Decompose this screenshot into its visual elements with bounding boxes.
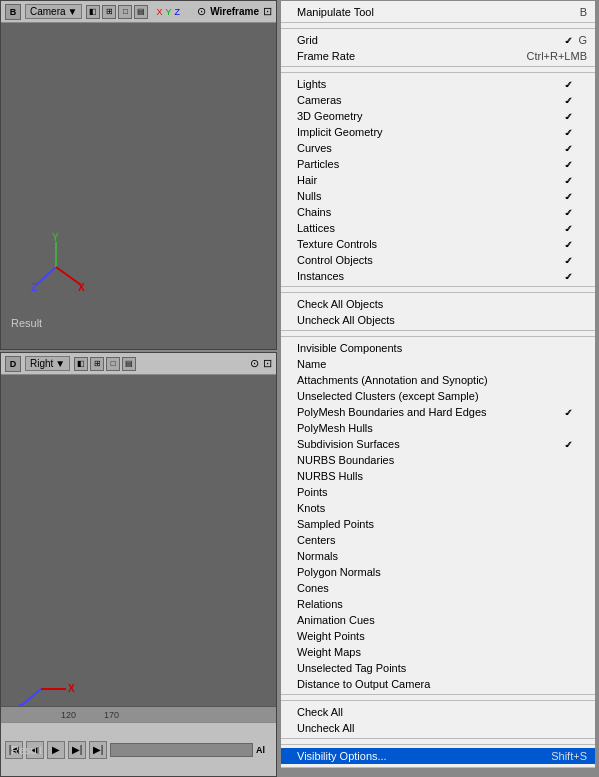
menu-item-subdivision-surfaces[interactable]: ✓Subdivision Surfaces: [281, 436, 595, 452]
viewport-top-panel-btn[interactable]: B: [5, 4, 21, 20]
menu-item-control-objects[interactable]: ✓Control Objects: [281, 252, 595, 268]
menu-item-uncheck-all-objects[interactable]: Uncheck All Objects: [281, 312, 595, 328]
viewport-top-camera-dropdown[interactable]: Camera ▼: [25, 4, 82, 19]
menu-item-name[interactable]: Name: [281, 356, 595, 372]
viewport-bottom[interactable]: D Right ▼ ◧ ⊞ □ ▤ ⊙ ⊡ Z X 120 170: [0, 352, 277, 777]
menu-item-uncheck-all[interactable]: Uncheck All: [281, 720, 595, 736]
menu-item-cones[interactable]: Cones: [281, 580, 595, 596]
vp-b-ctrl-2[interactable]: ⊞: [90, 357, 104, 371]
menu-item-label: Manipulate Tool: [297, 6, 374, 18]
menu-item-lights[interactable]: ✓Lights: [281, 76, 595, 92]
menu-item-points[interactable]: Points: [281, 484, 595, 500]
menu-item-hair[interactable]: ✓Hair: [281, 172, 595, 188]
menu-item-manipulate-tool[interactable]: Manipulate ToolB: [281, 4, 595, 20]
menu-item-label: Check All Objects: [297, 298, 383, 310]
menu-item-check-all-objects[interactable]: Check All Objects: [281, 296, 595, 312]
menu-item-attachments-(annotation-and-synoptic)[interactable]: Attachments (Annotation and Synoptic): [281, 372, 595, 388]
playback-controls[interactable]: |◀ ◀ ▶ ▶| ▶| Al: [1, 722, 276, 776]
menu-item-implicit-geometry[interactable]: ✓Implicit Geometry: [281, 124, 595, 140]
viewport-top-result: Result: [11, 317, 42, 329]
menu-item-grid[interactable]: ✓GridG: [281, 32, 595, 48]
vp-ctrl-2[interactable]: ⊞: [102, 5, 116, 19]
viewport-bottom-panel-btn[interactable]: D: [5, 356, 21, 372]
viewport-top[interactable]: B Camera ▼ ◧ ⊞ □ ▤ X Y Z ⊙ Wireframe ⊡ Z…: [0, 0, 277, 350]
menu-item-lattices[interactable]: ✓Lattices: [281, 220, 595, 236]
menu-item-label: Lights: [297, 78, 326, 90]
menu-item-label: Unselected Clusters (except Sample): [297, 390, 479, 402]
viewport-top-maximize-btn[interactable]: ⊡: [263, 5, 272, 18]
menu-item-nurbs-boundaries[interactable]: NURBS Boundaries: [281, 452, 595, 468]
menu-item-label: Knots: [297, 502, 325, 514]
playback-all-label: Al: [256, 745, 272, 755]
menu-item-label: Grid: [297, 34, 318, 46]
check-icon: ✓: [565, 239, 573, 250]
menu-item-normals[interactable]: Normals: [281, 548, 595, 564]
menu-item-sampled-points[interactable]: Sampled Points: [281, 516, 595, 532]
menu-item-cameras[interactable]: ✓Cameras: [281, 92, 595, 108]
menu-item-3d-geometry[interactable]: ✓3D Geometry: [281, 108, 595, 124]
viewport-bottom-icon[interactable]: ⊙: [250, 357, 259, 370]
menu-item-frame-rate[interactable]: Frame RateCtrl+R+LMB: [281, 48, 595, 64]
menu-item-unselected-clusters-(except-sample)[interactable]: Unselected Clusters (except Sample): [281, 388, 595, 404]
menu-item-chains[interactable]: ✓Chains: [281, 204, 595, 220]
separator-5-2: [281, 738, 595, 739]
menu-item-check-all[interactable]: Check All: [281, 704, 595, 720]
menu-item-texture-controls[interactable]: ✓Texture Controls: [281, 236, 595, 252]
menu-item-visibility-options...[interactable]: Visibility Options...Shift+S: [281, 748, 595, 764]
menu-item-distance-to-output-camera[interactable]: Distance to Output Camera: [281, 676, 595, 692]
check-icon: ✓: [565, 79, 573, 90]
viewport-bottom-camera-label: Right: [30, 358, 53, 369]
go-end-btn[interactable]: ▶|: [89, 741, 107, 759]
vp-ctrl-3[interactable]: □: [118, 5, 132, 19]
menu-item-nulls[interactable]: ✓Nulls: [281, 188, 595, 204]
menu-item-polygon-normals[interactable]: Polygon Normals: [281, 564, 595, 580]
menu-item-label: NURBS Boundaries: [297, 454, 394, 466]
playback-slider[interactable]: [110, 743, 253, 757]
menu-item-label: 3D Geometry: [297, 110, 362, 122]
next-frame-btn[interactable]: ▶|: [68, 741, 86, 759]
menu-section-1: ✓GridGFrame RateCtrl+R+LMB: [281, 29, 595, 73]
svg-text:X: X: [68, 683, 75, 694]
menu-item-curves[interactable]: ✓Curves: [281, 140, 595, 156]
check-icon: ✓: [565, 255, 573, 266]
menu-item-label: Nulls: [297, 190, 321, 202]
menu-item-shortcut: Ctrl+R+LMB: [526, 50, 587, 62]
menu-item-label: Animation Cues: [297, 614, 375, 626]
context-menu[interactable]: Manipulate ToolB✓GridGFrame RateCtrl+R+L…: [280, 0, 596, 769]
vp-b-ctrl-1[interactable]: ◧: [74, 357, 88, 371]
menu-item-unselected-tag-points[interactable]: Unselected Tag Points: [281, 660, 595, 676]
viewport-top-mode-icon[interactable]: ⊙: [197, 5, 206, 18]
vp-b-ctrl-4[interactable]: ▤: [122, 357, 136, 371]
menu-item-weight-points[interactable]: Weight Points: [281, 628, 595, 644]
check-icon: ✓: [565, 111, 573, 122]
check-icon: ✓: [565, 271, 573, 282]
menu-item-particles[interactable]: ✓Particles: [281, 156, 595, 172]
menu-item-invisible-components[interactable]: Invisible Components: [281, 340, 595, 356]
menu-item-relations[interactable]: Relations: [281, 596, 595, 612]
menu-item-polymesh-hulls[interactable]: PolyMesh Hulls: [281, 420, 595, 436]
menu-item-animation-cues[interactable]: Animation Cues: [281, 612, 595, 628]
separator-2-13: [281, 286, 595, 287]
menu-item-nurbs-hulls[interactable]: NURBS Hulls: [281, 468, 595, 484]
play-btn[interactable]: ▶: [47, 741, 65, 759]
menu-item-weight-maps[interactable]: Weight Maps: [281, 644, 595, 660]
menu-item-label: Hair: [297, 174, 317, 186]
menu-item-label: PolyMesh Hulls: [297, 422, 373, 434]
viewport-top-view-label[interactable]: Wireframe: [210, 6, 259, 17]
menu-item-shortcut: B: [580, 6, 587, 18]
check-icon: ✓: [565, 175, 573, 186]
menu-item-polymesh-boundaries-and-hard-edges[interactable]: ✓PolyMesh Boundaries and Hard Edges: [281, 404, 595, 420]
menu-item-label: Uncheck All Objects: [297, 314, 395, 326]
viewport-bottom-result: Result: [11, 744, 42, 756]
vp-ctrl-1[interactable]: ◧: [86, 5, 100, 19]
vp-b-ctrl-3[interactable]: □: [106, 357, 120, 371]
menu-item-instances[interactable]: ✓Instances: [281, 268, 595, 284]
viewport-top-header: B Camera ▼ ◧ ⊞ □ ▤ X Y Z ⊙ Wireframe ⊡: [1, 1, 276, 23]
menu-item-label: Check All: [297, 706, 343, 718]
viewport-bottom-camera-dropdown[interactable]: Right ▼: [25, 356, 70, 371]
viewport-top-xyz: X Y Z: [156, 7, 180, 17]
menu-item-knots[interactable]: Knots: [281, 500, 595, 516]
viewport-bottom-maximize-btn[interactable]: ⊡: [263, 357, 272, 370]
menu-item-centers[interactable]: Centers: [281, 532, 595, 548]
vp-ctrl-4[interactable]: ▤: [134, 5, 148, 19]
